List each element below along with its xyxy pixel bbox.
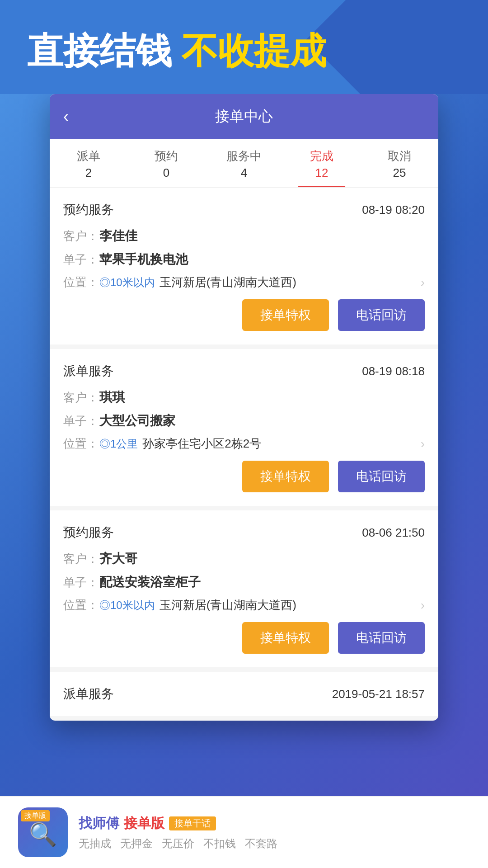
tab-dispatch-label: 派单 bbox=[50, 148, 127, 164]
bottom-banner: 接单版 🔍 找师傅 接单版 接单干话 无抽成 无押金 无压价 不扣钱 不套路 bbox=[0, 796, 488, 868]
order-item-label-3: 单子： bbox=[63, 575, 99, 590]
subtitle-item-4: 不扣钱 bbox=[203, 836, 236, 851]
order-item-row-2: 单子： 大型公司搬家 bbox=[63, 412, 425, 429]
app-title: 接单中心 bbox=[215, 107, 273, 127]
order-time-3: 08-06 21:50 bbox=[362, 526, 425, 540]
banner-highlight: 接单版 bbox=[124, 814, 164, 833]
privilege-button-2[interactable]: 接单特权 bbox=[242, 461, 329, 492]
tab-in-service-count: 4 bbox=[205, 166, 283, 180]
distance-badge-1: ◎10米以内 bbox=[99, 275, 155, 290]
distance-badge-3: ◎10米以内 bbox=[99, 598, 155, 613]
banner-app-icon: 接单版 🔍 bbox=[18, 807, 68, 857]
customer-name-3: 齐大哥 bbox=[99, 550, 137, 567]
order-type-4: 派单服务 bbox=[63, 685, 114, 703]
location-row-1[interactable]: 位置： ◎10米以内 玉河新居(青山湖南大道西) › bbox=[63, 274, 425, 290]
location-text-2: 孙家亭住宅小区2栋2号 bbox=[142, 436, 420, 452]
tab-cancelled[interactable]: 取消 25 bbox=[361, 139, 438, 187]
banner-subtitle: 无抽成 无押金 无压价 不扣钱 不套路 bbox=[79, 836, 470, 851]
customer-row-3: 客户： 齐大哥 bbox=[63, 550, 425, 567]
distance-badge-2: ◎1公里 bbox=[99, 437, 138, 451]
hero-title-white: 直接结钱 bbox=[27, 31, 172, 71]
customer-name-1: 李佳佳 bbox=[99, 227, 137, 245]
order-type-1: 预约服务 bbox=[63, 201, 114, 218]
app-header: ‹ 接单中心 bbox=[50, 94, 438, 139]
tab-in-service[interactable]: 服务中 4 bbox=[205, 139, 283, 187]
order-card-1: 预约服务 08-19 08:20 客户： 李佳佳 单子： 苹果手机换电池 位置：… bbox=[50, 188, 438, 344]
order-item-value-1: 苹果手机换电池 bbox=[99, 251, 188, 268]
tab-completed-label: 完成 bbox=[283, 148, 361, 164]
callback-button-2[interactable]: 电话回访 bbox=[338, 461, 425, 492]
tab-dispatch-count: 2 bbox=[50, 166, 127, 180]
subtitle-item-1: 无抽成 bbox=[79, 836, 111, 851]
order-item-label-1: 单子： bbox=[63, 252, 99, 268]
location-text-3: 玉河新居(青山湖南大道西) bbox=[160, 597, 421, 613]
order-card-2: 派单服务 08-19 08:18 客户： 琪琪 单子： 大型公司搬家 位置： ◎… bbox=[50, 349, 438, 506]
tab-cancelled-label: 取消 bbox=[361, 148, 438, 164]
chevron-icon-2: › bbox=[421, 437, 425, 451]
order-actions-2: 接单特权 电话回访 bbox=[63, 461, 425, 492]
location-label-2: 位置： bbox=[63, 436, 99, 452]
order-time-4: 2019-05-21 18:57 bbox=[332, 687, 425, 701]
chevron-icon-3: › bbox=[421, 598, 425, 613]
order-card-4: 派单服务 2019-05-21 18:57 bbox=[50, 672, 438, 716]
subtitle-item-5: 不套路 bbox=[245, 836, 277, 851]
tab-cancelled-count: 25 bbox=[361, 166, 438, 180]
order-actions-1: 接单特权 电话回访 bbox=[63, 299, 425, 331]
order-item-value-2: 大型公司搬家 bbox=[99, 412, 175, 429]
order-item-row-3: 单子： 配送安装浴室柜子 bbox=[63, 574, 425, 591]
order-time-2: 08-19 08:18 bbox=[362, 364, 425, 378]
customer-label-2: 客户： bbox=[63, 390, 99, 406]
hero-title: 直接结钱 不收提成 bbox=[27, 27, 461, 76]
customer-row-1: 客户： 李佳佳 bbox=[63, 227, 425, 245]
customer-row-2: 客户： 琪琪 bbox=[63, 389, 425, 406]
banner-app-name: 找师傅 bbox=[79, 814, 119, 833]
subtitle-item-3: 无压价 bbox=[162, 836, 194, 851]
tab-completed-count: 12 bbox=[283, 166, 361, 180]
hero-section: 直接结钱 不收提成 bbox=[0, 0, 488, 94]
banner-app-tag: 接单版 bbox=[21, 810, 50, 821]
back-button[interactable]: ‹ bbox=[63, 107, 69, 126]
order-header-3: 预约服务 08-06 21:50 bbox=[63, 524, 425, 541]
tab-dispatch[interactable]: 派单 2 bbox=[50, 139, 127, 187]
order-actions-3: 接单特权 电话回访 bbox=[63, 622, 425, 654]
banner-title: 找师傅 接单版 接单干话 bbox=[79, 814, 470, 833]
privilege-button-3[interactable]: 接单特权 bbox=[242, 622, 329, 654]
customer-name-2: 琪琪 bbox=[99, 389, 125, 406]
location-label-1: 位置： bbox=[63, 274, 99, 290]
banner-mascot-icon: 🔍 bbox=[29, 821, 57, 848]
tab-in-service-label: 服务中 bbox=[205, 148, 283, 164]
callback-button-1[interactable]: 电话回访 bbox=[338, 299, 425, 331]
customer-label-3: 客户： bbox=[63, 551, 99, 567]
banner-badge: 接单干话 bbox=[169, 816, 216, 830]
hero-title-yellow: 不收提成 bbox=[182, 31, 326, 71]
order-header-2: 派单服务 08-19 08:18 bbox=[63, 363, 425, 380]
privilege-button-1[interactable]: 接单特权 bbox=[242, 299, 329, 331]
order-item-label-2: 单子： bbox=[63, 413, 99, 429]
tab-bar: 派单 2 预约 0 服务中 4 完成 12 取消 25 bbox=[50, 139, 438, 188]
location-row-3[interactable]: 位置： ◎10米以内 玉河新居(青山湖南大道西) › bbox=[63, 597, 425, 613]
order-type-3: 预约服务 bbox=[63, 524, 114, 541]
phone-area: ‹ 接单中心 派单 2 预约 0 服务中 4 完成 12 取消 25 bbox=[0, 94, 488, 796]
callback-button-3[interactable]: 电话回访 bbox=[338, 622, 425, 654]
tab-appointment-label: 预约 bbox=[127, 148, 205, 164]
order-time-1: 08-19 08:20 bbox=[362, 203, 425, 217]
tab-appointment[interactable]: 预约 0 bbox=[127, 139, 205, 187]
location-label-3: 位置： bbox=[63, 597, 99, 613]
order-card-3: 预约服务 08-06 21:50 客户： 齐大哥 单子： 配送安装浴室柜子 位置… bbox=[50, 510, 438, 667]
location-text-1: 玉河新居(青山湖南大道西) bbox=[160, 274, 421, 290]
order-type-2: 派单服务 bbox=[63, 363, 114, 380]
order-header-1: 预约服务 08-19 08:20 bbox=[63, 201, 425, 218]
location-row-2[interactable]: 位置： ◎1公里 孙家亭住宅小区2栋2号 › bbox=[63, 436, 425, 452]
order-header-4: 派单服务 2019-05-21 18:57 bbox=[63, 685, 425, 703]
order-list: 预约服务 08-19 08:20 客户： 李佳佳 单子： 苹果手机换电池 位置：… bbox=[50, 188, 438, 716]
subtitle-item-2: 无押金 bbox=[120, 836, 153, 851]
order-item-row-1: 单子： 苹果手机换电池 bbox=[63, 251, 425, 268]
customer-label-1: 客户： bbox=[63, 228, 99, 244]
chevron-icon-1: › bbox=[421, 275, 425, 290]
app-mockup: ‹ 接单中心 派单 2 预约 0 服务中 4 完成 12 取消 25 bbox=[50, 94, 438, 721]
order-item-value-3: 配送安装浴室柜子 bbox=[99, 574, 201, 591]
tab-appointment-count: 0 bbox=[127, 166, 205, 180]
tab-completed[interactable]: 完成 12 bbox=[283, 139, 361, 187]
banner-text-area: 找师傅 接单版 接单干话 无抽成 无押金 无压价 不扣钱 不套路 bbox=[79, 814, 470, 851]
